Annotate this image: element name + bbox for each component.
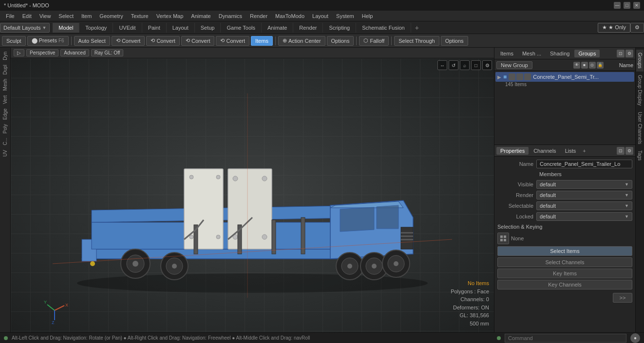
minimize-btn[interactable]: — (614, 2, 621, 9)
add-tab-btn[interactable]: + (411, 22, 423, 34)
expand-icon[interactable]: ▶ (497, 74, 501, 80)
sidebar-item-vert[interactable]: Vert (1, 93, 9, 106)
menu-render[interactable]: Render (246, 12, 271, 20)
col-icon-render[interactable]: ■ (581, 62, 588, 69)
menu-layout[interactable]: Layout (308, 12, 332, 20)
sidebar-item-dupl[interactable]: Dupl (1, 63, 9, 77)
col-icon-select[interactable]: ◎ (589, 62, 596, 69)
menu-view[interactable]: View (36, 12, 55, 20)
locked-dropdown[interactable]: default ▼ (536, 212, 632, 221)
vtab-groups[interactable]: Groups (636, 50, 644, 72)
check-render[interactable] (516, 73, 523, 80)
star-only-btn[interactable]: ★ ★ Only (598, 23, 630, 33)
maximize-btn[interactable]: □ (624, 2, 630, 9)
vp-nav-arrows[interactable]: ↔ (437, 60, 447, 70)
options2-btn[interactable]: Options (441, 36, 468, 46)
autoselect-btn[interactable]: Auto Select (74, 36, 110, 46)
viewport-canvas[interactable]: ↔ ↺ ⌕ □ ⚙ X Y Z No Items (11, 58, 494, 332)
viewport[interactable]: ▷ Perspective Advanced Ray GL: Off (11, 48, 494, 332)
command-input[interactable] (505, 334, 626, 343)
vp-nav-rotate[interactable]: ↺ (449, 60, 458, 70)
sidebar-item-mesh[interactable]: Mesh (1, 77, 9, 92)
tab-gametools[interactable]: Game Tools (221, 23, 262, 33)
tab-groups[interactable]: Groups (574, 50, 600, 57)
tab-shading[interactable]: Shading (546, 50, 573, 57)
col-icon-eye[interactable]: 👁 (573, 62, 580, 69)
key-channels-btn[interactable]: Key Channels (497, 280, 632, 289)
presets-btn[interactable]: ⬤ Presets F6 (27, 36, 69, 46)
vp-nav-frame[interactable]: □ (471, 60, 481, 70)
menu-file[interactable]: File (2, 12, 19, 20)
vp-nav-zoom[interactable]: ⌕ (460, 60, 470, 70)
sidebar-item-poly[interactable]: Poly (1, 122, 9, 135)
menu-texture[interactable]: Texture (127, 12, 152, 20)
options1-btn[interactable]: Options (327, 36, 354, 46)
tab-setup[interactable]: Setup (195, 23, 221, 33)
sidebar-item-c[interactable]: C... (1, 136, 9, 147)
panel-settings-icon[interactable]: ⚙ (625, 50, 633, 57)
convert-btn2[interactable]: ⟲Convert (146, 36, 180, 46)
items-btn[interactable]: Items (251, 36, 273, 46)
props-expand-icon[interactable]: ⊡ (617, 147, 625, 155)
tab-animate[interactable]: Animate (262, 23, 293, 33)
selectable-dropdown[interactable]: default ▼ (536, 201, 632, 210)
props-tab-properties[interactable]: Properties (496, 147, 529, 155)
menu-geometry[interactable]: Geometry (95, 12, 127, 20)
vtab-groupdisplay[interactable]: Group Display (636, 72, 644, 108)
vp-perspective-btn[interactable]: Perspective (26, 49, 58, 56)
tab-schematic[interactable]: Schematic Fusion (356, 23, 411, 33)
sidebar-item-edge[interactable]: Edge (1, 107, 9, 122)
vp-expand-btn[interactable]: ▷ (14, 49, 24, 56)
panel-maximize-icon[interactable]: ⊡ (617, 50, 625, 57)
convert-btn4[interactable]: ⟲Convert (216, 36, 249, 46)
props-tab-lists[interactable]: Lists (561, 147, 580, 155)
sidebar-item-uv[interactable]: UV (1, 148, 9, 159)
arrow-btn[interactable]: >> (613, 293, 632, 303)
menu-help[interactable]: Help (358, 12, 377, 20)
vtab-tags[interactable]: Tags (636, 147, 644, 163)
select-items-btn[interactable]: Select Items (497, 246, 632, 256)
menu-dynamics[interactable]: Dynamics (215, 12, 246, 20)
falloff-btn[interactable]: ⬡Falloff (359, 36, 389, 46)
check-sel[interactable] (524, 73, 531, 80)
sidebar-item-dyn[interactable]: Dyn (1, 50, 9, 62)
tab-layout[interactable]: Layout (167, 23, 195, 33)
close-btn[interactable]: ✕ (633, 2, 640, 9)
menu-vertexmap[interactable]: Vertex Map (152, 12, 188, 20)
col-icon-lock[interactable]: 🔒 (597, 62, 604, 69)
tab-render[interactable]: Render (293, 23, 323, 33)
vp-advanced-btn[interactable]: Advanced (60, 49, 89, 56)
select-through-btn[interactable]: Select Through (394, 36, 439, 46)
vp-nav-settings[interactable]: ⚙ (482, 60, 492, 70)
tab-items[interactable]: Items (496, 50, 517, 57)
group-row-concrete[interactable]: ▶ ■ Concrete_Panel_Semi_Tr... (495, 72, 634, 82)
menu-item[interactable]: Item (77, 12, 95, 20)
props-add-tab[interactable]: + (581, 148, 587, 154)
sculpt-btn[interactable]: Sculpt (2, 36, 26, 46)
vtab-userchannels[interactable]: User Channels (636, 109, 644, 147)
vp-raygl-btn[interactable]: Ray GL: Off (91, 49, 124, 56)
convert-btn1[interactable]: ⟲Convert (112, 36, 145, 46)
select-channels-btn[interactable]: Select Channels (497, 257, 632, 267)
default-layouts-dropdown[interactable]: Default Layouts ▼ (0, 23, 50, 33)
visible-dropdown[interactable]: default ▼ (536, 180, 632, 189)
tab-uvedit[interactable]: UVEdit (113, 23, 142, 33)
render-dropdown[interactable]: default ▼ (536, 191, 632, 199)
tab-scripting[interactable]: Scripting (323, 23, 356, 33)
menu-maxtomodo[interactable]: MaxToModo (271, 12, 308, 20)
menu-system[interactable]: System (332, 12, 358, 20)
cmd-run-btn[interactable]: ● (630, 333, 640, 343)
new-group-btn[interactable]: New Group (496, 61, 532, 69)
props-tab-channels[interactable]: Channels (530, 147, 560, 155)
name-input[interactable] (536, 160, 632, 168)
tab-mesh[interactable]: Mesh ... (518, 50, 545, 57)
menu-select[interactable]: Select (55, 12, 77, 20)
tab-model[interactable]: Model (53, 23, 79, 33)
settings-btn[interactable]: ⚙ (630, 23, 644, 33)
action-center-btn[interactable]: ⊕Action Center (278, 36, 325, 46)
check-eye[interactable] (509, 73, 515, 80)
group-name-label[interactable]: Concrete_Panel_Semi_Tr... (533, 74, 632, 80)
tab-topology[interactable]: Topology (79, 23, 113, 33)
convert-btn3[interactable]: ⟲Convert (181, 36, 215, 46)
key-items-btn[interactable]: Key Items (497, 269, 632, 278)
